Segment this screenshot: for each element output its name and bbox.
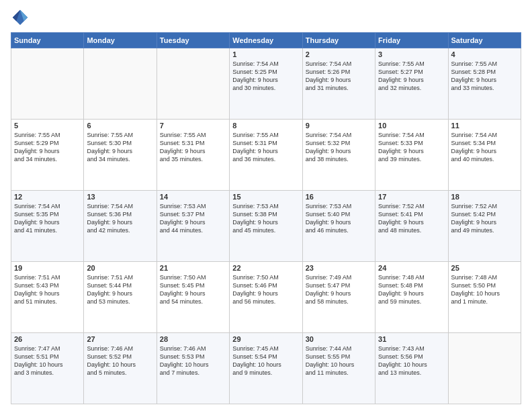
day-header-friday: Friday: [375, 33, 448, 48]
page-header: [11, 8, 521, 27]
day-info: Sunrise: 7:54 AM Sunset: 5:34 PM Dayligh…: [451, 131, 518, 164]
day-number: 11: [451, 122, 518, 130]
day-number: 7: [160, 122, 226, 130]
calendar-cell: 14Sunrise: 7:53 AM Sunset: 5:37 PM Dayli…: [157, 191, 229, 262]
day-number: 10: [378, 122, 445, 130]
day-info: Sunrise: 7:52 AM Sunset: 5:41 PM Dayligh…: [378, 202, 445, 235]
logo-icon: [11, 8, 30, 27]
day-number: 17: [378, 193, 445, 201]
day-info: Sunrise: 7:55 AM Sunset: 5:29 PM Dayligh…: [14, 131, 81, 164]
day-header-tuesday: Tuesday: [157, 33, 229, 48]
day-number: 31: [378, 335, 445, 343]
day-info: Sunrise: 7:44 AM Sunset: 5:55 PM Dayligh…: [306, 345, 372, 377]
day-info: Sunrise: 7:54 AM Sunset: 5:32 PM Dayligh…: [306, 131, 372, 164]
calendar-cell: [84, 48, 157, 120]
calendar-cell: 5Sunrise: 7:55 AM Sunset: 5:29 PM Daylig…: [11, 120, 84, 191]
day-info: Sunrise: 7:53 AM Sunset: 5:37 PM Dayligh…: [160, 202, 226, 235]
day-info: Sunrise: 7:53 AM Sunset: 5:40 PM Dayligh…: [306, 202, 372, 235]
day-number: 29: [232, 335, 299, 343]
day-number: 25: [451, 264, 518, 272]
day-number: 15: [232, 193, 299, 201]
day-info: Sunrise: 7:50 AM Sunset: 5:45 PM Dayligh…: [160, 273, 226, 306]
day-info: Sunrise: 7:45 AM Sunset: 5:54 PM Dayligh…: [232, 345, 299, 377]
calendar-cell: 30Sunrise: 7:44 AM Sunset: 5:55 PM Dayli…: [302, 333, 375, 404]
day-number: 16: [306, 193, 372, 201]
day-info: Sunrise: 7:55 AM Sunset: 5:31 PM Dayligh…: [160, 131, 226, 164]
day-info: Sunrise: 7:54 AM Sunset: 5:36 PM Dayligh…: [87, 202, 153, 235]
calendar-cell: 12Sunrise: 7:54 AM Sunset: 5:35 PM Dayli…: [11, 191, 84, 262]
calendar-cell: 16Sunrise: 7:53 AM Sunset: 5:40 PM Dayli…: [302, 191, 375, 262]
calendar-cell: 10Sunrise: 7:54 AM Sunset: 5:33 PM Dayli…: [375, 120, 448, 191]
calendar-cell: 23Sunrise: 7:49 AM Sunset: 5:47 PM Dayli…: [302, 262, 375, 333]
calendar-cell: 2Sunrise: 7:54 AM Sunset: 5:26 PM Daylig…: [302, 48, 375, 120]
day-header-monday: Monday: [84, 33, 157, 48]
calendar-week-row: 26Sunrise: 7:47 AM Sunset: 5:51 PM Dayli…: [11, 333, 521, 404]
day-info: Sunrise: 7:54 AM Sunset: 5:35 PM Dayligh…: [14, 202, 81, 235]
calendar-cell: 4Sunrise: 7:55 AM Sunset: 5:28 PM Daylig…: [448, 48, 521, 120]
calendar-table: SundayMondayTuesdayWednesdayThursdayFrid…: [11, 32, 521, 404]
day-info: Sunrise: 7:46 AM Sunset: 5:52 PM Dayligh…: [87, 345, 153, 377]
day-number: 24: [378, 264, 445, 272]
calendar-week-row: 1Sunrise: 7:54 AM Sunset: 5:25 PM Daylig…: [11, 48, 521, 120]
day-info: Sunrise: 7:55 AM Sunset: 5:27 PM Dayligh…: [378, 60, 445, 93]
day-number: 30: [306, 335, 372, 343]
day-info: Sunrise: 7:51 AM Sunset: 5:44 PM Dayligh…: [87, 273, 153, 306]
day-info: Sunrise: 7:53 AM Sunset: 5:38 PM Dayligh…: [232, 202, 299, 235]
day-number: 13: [87, 193, 153, 201]
day-info: Sunrise: 7:54 AM Sunset: 5:26 PM Dayligh…: [306, 60, 372, 93]
day-info: Sunrise: 7:46 AM Sunset: 5:53 PM Dayligh…: [160, 345, 226, 377]
day-info: Sunrise: 7:48 AM Sunset: 5:48 PM Dayligh…: [378, 273, 445, 306]
day-number: 26: [14, 335, 81, 343]
day-info: Sunrise: 7:55 AM Sunset: 5:28 PM Dayligh…: [451, 60, 518, 93]
day-header-wednesday: Wednesday: [230, 33, 302, 48]
day-number: 1: [232, 50, 299, 58]
day-number: 19: [14, 264, 81, 272]
day-header-thursday: Thursday: [302, 33, 375, 48]
calendar-cell: 22Sunrise: 7:50 AM Sunset: 5:46 PM Dayli…: [230, 262, 302, 333]
calendar-week-row: 19Sunrise: 7:51 AM Sunset: 5:43 PM Dayli…: [11, 262, 521, 333]
calendar-cell: [448, 333, 521, 404]
day-number: 27: [87, 335, 153, 343]
day-number: 8: [232, 122, 299, 130]
day-info: Sunrise: 7:54 AM Sunset: 5:25 PM Dayligh…: [232, 60, 299, 93]
day-number: 3: [378, 50, 445, 58]
calendar-cell: 17Sunrise: 7:52 AM Sunset: 5:41 PM Dayli…: [375, 191, 448, 262]
calendar-cell: 7Sunrise: 7:55 AM Sunset: 5:31 PM Daylig…: [157, 120, 229, 191]
calendar-cell: 21Sunrise: 7:50 AM Sunset: 5:45 PM Dayli…: [157, 262, 229, 333]
calendar-cell: 26Sunrise: 7:47 AM Sunset: 5:51 PM Dayli…: [11, 333, 84, 404]
day-number: 2: [306, 50, 372, 58]
calendar-week-row: 12Sunrise: 7:54 AM Sunset: 5:35 PM Dayli…: [11, 191, 521, 262]
calendar-cell: 31Sunrise: 7:43 AM Sunset: 5:56 PM Dayli…: [375, 333, 448, 404]
day-info: Sunrise: 7:55 AM Sunset: 5:31 PM Dayligh…: [232, 131, 299, 164]
calendar-cell: 13Sunrise: 7:54 AM Sunset: 5:36 PM Dayli…: [84, 191, 157, 262]
day-info: Sunrise: 7:51 AM Sunset: 5:43 PM Dayligh…: [14, 273, 81, 306]
calendar-cell: 28Sunrise: 7:46 AM Sunset: 5:53 PM Dayli…: [157, 333, 229, 404]
calendar-cell: 1Sunrise: 7:54 AM Sunset: 5:25 PM Daylig…: [230, 48, 302, 120]
calendar-cell: 24Sunrise: 7:48 AM Sunset: 5:48 PM Dayli…: [375, 262, 448, 333]
calendar-cell: 15Sunrise: 7:53 AM Sunset: 5:38 PM Dayli…: [230, 191, 302, 262]
calendar-cell: 25Sunrise: 7:48 AM Sunset: 5:50 PM Dayli…: [448, 262, 521, 333]
logo: [11, 8, 32, 27]
calendar-cell: 3Sunrise: 7:55 AM Sunset: 5:27 PM Daylig…: [375, 48, 448, 120]
day-number: 14: [160, 193, 226, 201]
day-number: 4: [451, 50, 518, 58]
day-info: Sunrise: 7:49 AM Sunset: 5:47 PM Dayligh…: [306, 273, 372, 306]
day-header-saturday: Saturday: [448, 33, 521, 48]
day-info: Sunrise: 7:48 AM Sunset: 5:50 PM Dayligh…: [451, 273, 518, 306]
calendar-cell: 18Sunrise: 7:52 AM Sunset: 5:42 PM Dayli…: [448, 191, 521, 262]
day-number: 22: [232, 264, 299, 272]
calendar-cell: 20Sunrise: 7:51 AM Sunset: 5:44 PM Dayli…: [84, 262, 157, 333]
day-info: Sunrise: 7:55 AM Sunset: 5:30 PM Dayligh…: [87, 131, 153, 164]
calendar-cell: 27Sunrise: 7:46 AM Sunset: 5:52 PM Dayli…: [84, 333, 157, 404]
day-number: 20: [87, 264, 153, 272]
day-number: 9: [306, 122, 372, 130]
day-number: 18: [451, 193, 518, 201]
calendar-cell: 11Sunrise: 7:54 AM Sunset: 5:34 PM Dayli…: [448, 120, 521, 191]
day-info: Sunrise: 7:52 AM Sunset: 5:42 PM Dayligh…: [451, 202, 518, 235]
day-number: 21: [160, 264, 226, 272]
day-info: Sunrise: 7:47 AM Sunset: 5:51 PM Dayligh…: [14, 345, 81, 377]
calendar-cell: 19Sunrise: 7:51 AM Sunset: 5:43 PM Dayli…: [11, 262, 84, 333]
day-number: 23: [306, 264, 372, 272]
calendar-cell: 6Sunrise: 7:55 AM Sunset: 5:30 PM Daylig…: [84, 120, 157, 191]
calendar-cell: 29Sunrise: 7:45 AM Sunset: 5:54 PM Dayli…: [230, 333, 302, 404]
